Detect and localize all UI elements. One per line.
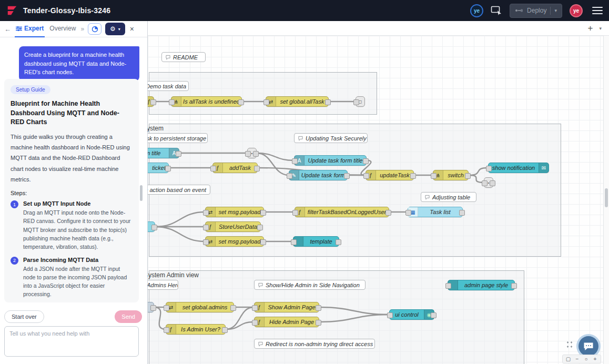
flow-node[interactable]: ƒfilterTaskBasedOnLoggedUser	[295, 207, 389, 217]
flow-node[interactable]: ƒIs Admin User?	[166, 324, 226, 335]
node-label: updateTask	[376, 170, 413, 180]
flow-node[interactable]: ⇄set msg.payload	[205, 236, 264, 247]
zoom-out-icon[interactable]: −	[573, 356, 581, 362]
comment-node[interactable]: Show/Hide Admin in Side Navigation	[254, 280, 366, 290]
flow-node[interactable]: AUpdate task form title	[294, 155, 367, 166]
wire[interactable]	[155, 212, 205, 227]
wire[interactable]	[319, 315, 389, 322]
assistant-input[interactable]	[4, 326, 139, 357]
user-avatar[interactable]: ye	[570, 4, 583, 17]
flow-node[interactable]: ⇄set msg.payload	[205, 207, 264, 217]
open-editor-icon[interactable]	[491, 6, 502, 15]
add-flow-button[interactable]: +	[588, 24, 593, 33]
comment-node[interactable]: Add Admins Here	[148, 280, 178, 290]
deploy-divider	[550, 7, 551, 15]
flow-tabstrip: + ▾	[148, 21, 609, 36]
flow-node[interactable]: template	[293, 236, 339, 247]
fit-view-icon[interactable]: ▢	[564, 356, 572, 362]
comment-bubble-icon	[425, 195, 430, 200]
flow-node[interactable]: ƒupdateTask	[366, 170, 414, 180]
flow-node[interactable]: show notification✉	[488, 163, 549, 173]
comment-label: Demo task data	[148, 83, 186, 89]
function-icon: ƒ	[366, 170, 376, 180]
flow-list-caret-icon[interactable]: ▾	[599, 26, 602, 31]
close-icon[interactable]: ×	[130, 25, 134, 33]
function-icon: ƒ	[255, 317, 265, 327]
flow-node[interactable]	[148, 221, 155, 232]
flow-node[interactable]: ▦Task list	[408, 207, 463, 217]
more-tabs-icon[interactable]: »	[80, 25, 84, 33]
edit-icon: ✎	[289, 170, 299, 180]
comment-bubble-icon	[258, 341, 263, 347]
node-label	[148, 302, 154, 312]
wire[interactable]	[469, 168, 488, 175]
node-label: set global.allTask	[276, 97, 328, 106]
comment-node[interactable]: Take action based on event	[148, 185, 210, 195]
comment-node[interactable]: Save task to persistent storage	[148, 133, 208, 143]
flow-node[interactable]: ui control◉	[389, 309, 434, 320]
back-icon[interactable]: ←	[4, 25, 11, 33]
start-over-button[interactable]: Start over	[4, 310, 44, 323]
grid-dots-icon[interactable]	[566, 340, 574, 349]
flowfuse-logo[interactable]	[6, 5, 18, 16]
guide-step: 1Set up MQTT Input NodeDrag an MQTT inpu…	[11, 200, 133, 251]
node-label	[256, 148, 261, 158]
step-title: Parse Incoming MQTT Data	[23, 257, 98, 263]
flow-node[interactable]: •	[247, 148, 257, 158]
flow-node[interactable]: •	[484, 177, 493, 188]
flow-canvas[interactable]: Task systemSystem Admin view READMEDemo …	[148, 36, 603, 364]
zoom-reset-icon[interactable]: ○	[582, 356, 590, 362]
flow-node[interactable]: ⇄set global.allTask	[266, 96, 329, 107]
flow-node[interactable]: ƒStoreUserData	[205, 221, 261, 232]
comment-label: Take action based on event	[148, 187, 206, 193]
wire[interactable]	[155, 227, 205, 241]
send-button[interactable]: Send	[115, 310, 142, 323]
deploy-caret-icon[interactable]: ▾	[554, 8, 557, 13]
text-icon: A	[295, 156, 304, 165]
settings-dropdown-button[interactable]: ⚙ ▾	[105, 23, 125, 35]
tab-overview[interactable]: Overview	[48, 21, 77, 37]
node-label: ui control	[390, 310, 424, 319]
comment-node[interactable]: Demo task data	[148, 81, 189, 91]
insights-button[interactable]	[88, 23, 102, 35]
flow-node[interactable]: ƒ	[148, 96, 154, 107]
flow-node[interactable]: ƒHide Admin Page	[254, 317, 319, 327]
node-label: show notification	[489, 163, 539, 173]
panel-scrollbar-thumb[interactable]	[140, 185, 143, 201]
wire[interactable]	[319, 307, 389, 315]
deploy-button[interactable]: Deploy ▾	[510, 4, 562, 18]
flow-node[interactable]: ⋔switch	[433, 170, 469, 180]
ui-icon: ◉	[424, 310, 434, 319]
flow-node[interactable]: ◻	[356, 96, 365, 107]
function-icon: ƒ	[295, 207, 305, 217]
zoom-in-icon[interactable]: +	[591, 356, 599, 362]
pipeline-icon	[515, 8, 523, 13]
comment-bubble-icon	[258, 282, 263, 288]
flow-node[interactable]: ✎Update task form	[289, 170, 348, 180]
menu-icon[interactable]	[592, 7, 603, 14]
guide-step: 2Parse Incoming MQTT DataAdd a JSON node…	[11, 257, 133, 299]
comment-node[interactable]: README	[161, 52, 206, 62]
flow-node[interactable]: ⇄set global.admins	[166, 302, 234, 312]
node-label: Show Admin Page	[265, 302, 319, 312]
comment-node[interactable]: Adjusting table	[421, 192, 476, 202]
team-avatar[interactable]: ye	[470, 4, 483, 17]
comment-label: Adjusting table	[432, 194, 470, 200]
comment-node[interactable]: Updating Task Securely	[294, 133, 368, 143]
function-icon: ƒ	[148, 97, 154, 106]
flow-node[interactable]: ticket	[148, 163, 169, 173]
canvas-scrollbar-thumb[interactable]	[605, 188, 608, 207]
flow-node[interactable]: ƒShow Admin Page	[254, 302, 319, 312]
comment-node[interactable]: Redirect is non-admin trying direct acce…	[254, 339, 375, 349]
flow-node[interactable]: admin page style	[448, 280, 515, 290]
link-icon: ◻	[356, 97, 364, 106]
assistant-response-card[interactable]: Setup Guide Blueprint for Machine Health…	[4, 79, 139, 302]
steps-label: Steps:	[11, 190, 133, 196]
flow-node[interactable]: ⋔Is allTask is undefined	[171, 96, 242, 107]
tab-expert[interactable]: Expert	[15, 21, 45, 37]
flow-node[interactable]	[148, 302, 154, 312]
flow-node[interactable]: ƒaddTask	[212, 163, 258, 173]
app-header: Tender-Glossy-Ibis-3246 ye Deploy ▾ ye	[0, 0, 609, 21]
flow-node[interactable]: Update task form titleA	[148, 148, 179, 158]
node-label: set global.admins	[176, 302, 234, 312]
